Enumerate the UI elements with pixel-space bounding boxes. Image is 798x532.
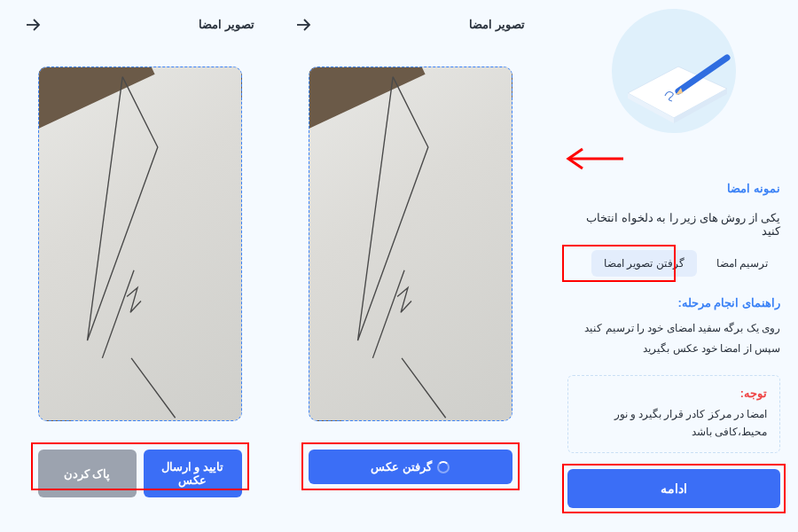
loading-spinner-icon bbox=[437, 461, 450, 473]
back-arrow-icon[interactable] bbox=[25, 19, 41, 31]
tab-draw-signature[interactable]: ترسیم امضا bbox=[704, 250, 780, 277]
back-arrow-icon[interactable] bbox=[295, 19, 311, 31]
panel-capture-center: تصویر امضا گرفتن عکس bbox=[279, 18, 541, 514]
sample-signature-title: نمونه امضا bbox=[567, 182, 780, 195]
panel-capture-left: تصویر امضا تایید و ارسال عکس پاک کردن bbox=[9, 18, 270, 514]
panel-title: تصویر امضا bbox=[469, 18, 525, 31]
guide-text: روی یک برگه سفید امضای خود را ترسیم کنید… bbox=[567, 318, 780, 359]
clear-button[interactable]: پاک کردن bbox=[38, 450, 137, 497]
warning-title: توجه: bbox=[581, 387, 767, 400]
warning-box: توجه: امضا در مرکز کادر قرار بگیرد و نور… bbox=[567, 375, 780, 453]
tab-capture-signature[interactable]: گرفتن تصویر امضا bbox=[591, 250, 697, 277]
signature-photo-preview bbox=[38, 66, 242, 421]
choose-method-text: یکی از روش های زیر را به دلخواه انتخاب ک… bbox=[567, 211, 780, 238]
guide-title: راهنمای انجام مرحله: bbox=[567, 296, 780, 309]
annotation-arrow-icon bbox=[563, 146, 625, 171]
signature-drawing bbox=[309, 67, 512, 420]
signature-illustration bbox=[612, 9, 736, 133]
paper-pencil-icon bbox=[621, 49, 736, 129]
panel-title: تصویر امضا bbox=[199, 18, 254, 31]
signature-photo-preview bbox=[309, 66, 512, 421]
sidebar: نمونه امضا یکی از روش های زیر را به دلخو… bbox=[550, 0, 798, 532]
take-photo-label: گرفتن عکس bbox=[371, 460, 431, 473]
method-tabs: ترسیم امضا گرفتن تصویر امضا bbox=[567, 250, 780, 277]
confirm-send-button[interactable]: تایید و ارسال عکس bbox=[144, 450, 242, 497]
warning-text: امضا در مرکز کادر قرار بگیرد و نور محیط،… bbox=[581, 405, 767, 442]
signature-drawing bbox=[39, 67, 241, 420]
take-photo-button[interactable]: گرفتن عکس bbox=[309, 450, 512, 484]
continue-button[interactable]: ادامه bbox=[567, 469, 780, 508]
main-area: تصویر امضا گرفتن عکس bbox=[0, 0, 550, 532]
